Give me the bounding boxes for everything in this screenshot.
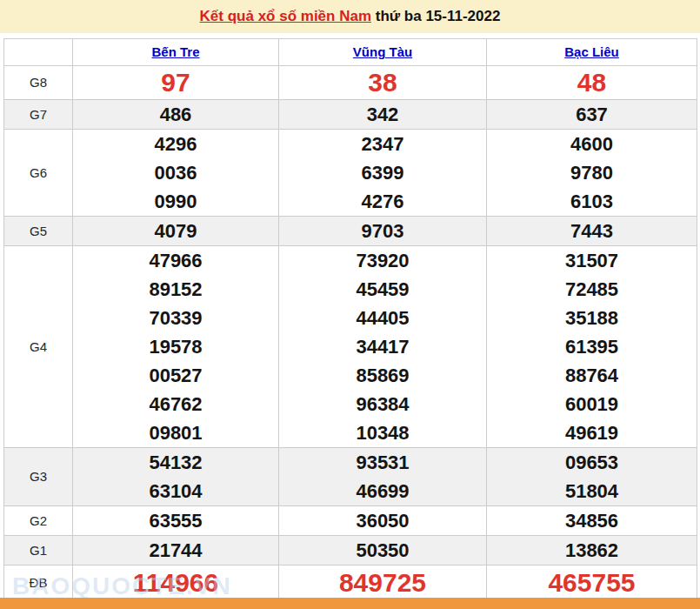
prize-number: 6399 <box>279 158 486 187</box>
prize-number: 88764 <box>487 361 697 390</box>
lottery-results-table: Bến Tre Vũng Tàu Bạc Liêu G8 97 38 48 G7… <box>3 38 697 600</box>
prize-row-g4: G4 47966 89152 70339 19578 00527 46762 0… <box>4 246 697 448</box>
prize-row-g6: G6 4296 0036 0990 2347 6399 4276 4600 97… <box>4 130 697 217</box>
prize-number: 85869 <box>279 361 486 390</box>
prize-number: 4276 <box>279 187 486 216</box>
corner-cell <box>4 39 73 66</box>
prize-number: 44405 <box>279 304 486 332</box>
bottom-orange-bar <box>0 598 700 609</box>
prize-label: G5 <box>30 224 47 238</box>
prize-number: 4600 <box>487 130 697 158</box>
prize-label: G4 <box>30 339 47 354</box>
prize-number: 45459 <box>279 275 486 304</box>
prize-number: 13862 <box>487 536 697 565</box>
prize-number: 0036 <box>73 158 278 187</box>
table-header-row: Bến Tre Vũng Tàu Bạc Liêu <box>4 39 697 66</box>
prize-number: 9780 <box>487 158 697 187</box>
prize-number: 2347 <box>279 130 486 158</box>
prize-row-db: ĐB 114966 849725 465755 <box>4 566 697 600</box>
page-title: Kết quả xổ số miền Nam thứ ba 15-11-2022 <box>0 0 700 33</box>
prize-row-g3: G3 54132 63104 93531 46699 09653 51804 <box>4 448 697 506</box>
prize-number: 34417 <box>279 332 486 361</box>
prize-number: 54132 <box>73 448 278 477</box>
prize-number: 61395 <box>487 332 697 361</box>
prize-label: G6 <box>30 165 47 180</box>
prize-number: 93531 <box>279 448 486 477</box>
prize-number: 70339 <box>73 304 278 332</box>
prize-row-g8: G8 97 38 48 <box>4 66 697 100</box>
prize-number: 63555 <box>73 506 278 535</box>
prize-number: 342 <box>279 100 486 129</box>
title-link[interactable]: Kết quả xổ số miền Nam <box>200 8 371 25</box>
column-link-ben-tre[interactable]: Bến Tre <box>151 44 199 59</box>
prize-number: 89152 <box>73 275 278 304</box>
prize-number: 60019 <box>487 390 697 418</box>
prize-number: 637 <box>487 100 697 129</box>
prize-number: 36050 <box>279 506 486 535</box>
prize-number: 50350 <box>279 536 486 565</box>
prize-number: 46762 <box>73 390 278 418</box>
prize-number: 4296 <box>73 130 278 158</box>
prize-number: 51804 <box>487 477 697 505</box>
title-date: thứ ba 15-11-2022 <box>371 8 500 25</box>
prize-label: G7 <box>30 107 47 122</box>
prize-row-g1: G1 21744 50350 13862 <box>4 536 697 566</box>
column-link-bac-lieu[interactable]: Bạc Liêu <box>564 44 619 59</box>
prize-number: 0990 <box>73 187 278 216</box>
prize-number: 73920 <box>279 246 486 275</box>
prize-label: ĐB <box>30 575 48 590</box>
prize-number: 10348 <box>279 418 486 447</box>
prize-label: G1 <box>30 543 47 558</box>
prize-number: 47966 <box>73 246 278 275</box>
prize-label: G3 <box>30 469 47 484</box>
prize-number: 9703 <box>279 217 486 245</box>
prize-number: 38 <box>279 66 486 99</box>
prize-number: 849725 <box>279 566 486 599</box>
prize-number: 34856 <box>487 506 697 535</box>
prize-number: 00527 <box>73 361 278 390</box>
prize-number: 48 <box>487 66 697 99</box>
column-link-vung-tau[interactable]: Vũng Tàu <box>353 44 412 59</box>
prize-row-g7: G7 486 342 637 <box>4 100 697 130</box>
prize-number: 09653 <box>487 448 697 477</box>
prize-row-g5: G5 4079 9703 7443 <box>4 217 697 246</box>
prize-number: 4079 <box>73 217 278 245</box>
prize-label: G8 <box>30 75 47 90</box>
prize-number: 46699 <box>279 477 486 505</box>
prize-number: 35188 <box>487 304 697 332</box>
prize-number: 114966 <box>73 566 278 599</box>
prize-number: 31507 <box>487 246 697 275</box>
prize-number: 96384 <box>279 390 486 418</box>
prize-number: 486 <box>73 100 278 129</box>
prize-number: 19578 <box>73 332 278 361</box>
prize-number: 09801 <box>73 418 278 447</box>
prize-number: 63104 <box>73 477 278 505</box>
prize-number: 6103 <box>487 187 697 216</box>
prize-number: 49619 <box>487 418 697 447</box>
prize-number: 97 <box>73 66 278 99</box>
prize-number: 21744 <box>73 536 278 565</box>
prize-row-g2: G2 63555 36050 34856 <box>4 506 697 536</box>
prize-label: G2 <box>30 513 47 528</box>
prize-number: 465755 <box>487 566 697 599</box>
prize-number: 72485 <box>487 275 697 304</box>
prize-number: 7443 <box>487 217 697 245</box>
